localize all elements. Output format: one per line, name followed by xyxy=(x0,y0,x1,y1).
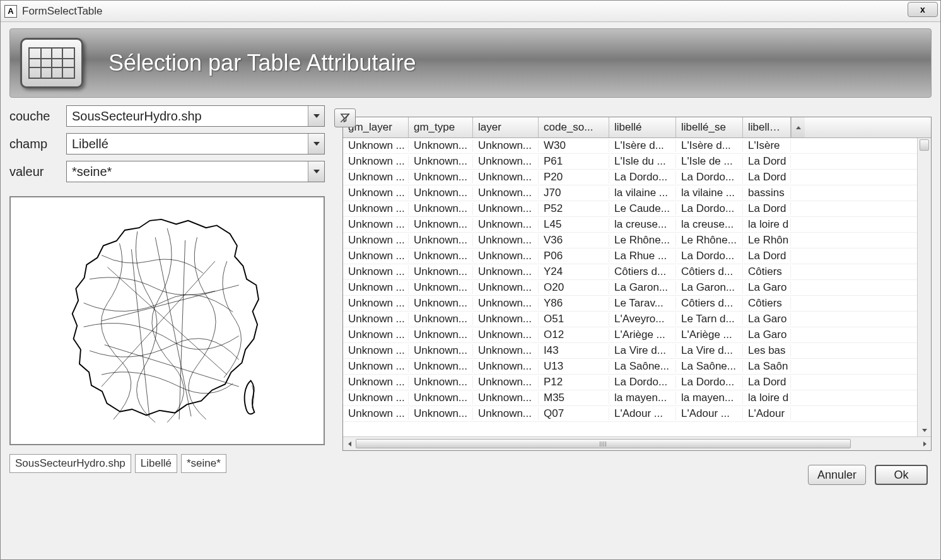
table-cell: Unknown... xyxy=(409,329,473,341)
table-cell: Le Tarn d... xyxy=(676,313,743,325)
table-row[interactable]: Unknown ...Unknown...Unknown...O51L'Avey… xyxy=(343,312,931,327)
table-cell: L'Ariège ... xyxy=(609,329,676,341)
table-cell: la mayen... xyxy=(609,392,676,404)
table-cell: Le Rhône... xyxy=(609,234,676,247)
table-cell: Unknown... xyxy=(409,360,473,373)
table-cell: Unknown... xyxy=(473,139,539,152)
table-cell: P06 xyxy=(539,250,609,262)
col-libelle[interactable]: libellé xyxy=(609,117,676,137)
table-cell: Q07 xyxy=(539,407,609,420)
table-body[interactable]: Unknown ...Unknown...Unknown...W30L'Isèr… xyxy=(343,138,931,436)
table-row[interactable]: Unknown ...Unknown...Unknown...P20La Dor… xyxy=(343,170,931,185)
horizontal-scrollbar[interactable] xyxy=(343,436,931,450)
hscroll-thumb[interactable] xyxy=(356,439,851,448)
col-code-so[interactable]: code_so... xyxy=(539,117,609,137)
col-libelle-se[interactable]: libellé_se xyxy=(676,117,743,137)
row-valeur: valeur *seine* xyxy=(9,161,325,182)
cancel-button[interactable]: Annuler xyxy=(808,465,866,485)
table-cell: L'Isle du ... xyxy=(609,155,676,168)
table-cell: Unknown ... xyxy=(343,344,409,357)
table-row[interactable]: Unknown ...Unknown...Unknown...P12La Dor… xyxy=(343,375,931,390)
table-cell: Unknown ... xyxy=(343,155,409,168)
table-cell: Unknown ... xyxy=(343,171,409,184)
chip-champ: Libellé xyxy=(135,454,177,473)
filter-button[interactable] xyxy=(334,108,356,127)
table-cell: bassins xyxy=(743,187,791,199)
chevron-down-icon[interactable] xyxy=(308,106,324,126)
vertical-scrollbar[interactable] xyxy=(917,138,931,436)
content-area: couche SousSecteurHydro.shp champ Libell… xyxy=(1,98,940,559)
hscroll-track[interactable] xyxy=(356,437,918,450)
ok-button[interactable]: Ok xyxy=(875,465,928,485)
label-valeur: valeur xyxy=(9,165,66,179)
table-cell: Unknown ... xyxy=(343,265,409,278)
table-row[interactable]: Unknown ...Unknown...Unknown...Y24Côtier… xyxy=(343,264,931,280)
table-cell: Unknown... xyxy=(473,234,539,247)
table-cell: W30 xyxy=(539,139,609,152)
table-cell: L'Isère d... xyxy=(676,139,743,152)
table-cell: L45 xyxy=(539,218,609,231)
table-row[interactable]: Unknown ...Unknown...Unknown...M35la may… xyxy=(343,390,931,406)
table-row[interactable]: Unknown ...Unknown...Unknown...P52Le Cau… xyxy=(343,201,931,217)
scroll-down-icon[interactable] xyxy=(918,424,931,436)
table-row[interactable]: Unknown ...Unknown...Unknown...V36Le Rhô… xyxy=(343,233,931,248)
table-cell: Unknown... xyxy=(473,155,539,168)
scroll-right-icon[interactable] xyxy=(918,437,931,450)
filter-icon xyxy=(339,112,351,124)
table-row[interactable]: Unknown ...Unknown...Unknown...J70la vil… xyxy=(343,185,931,201)
table-row[interactable]: Unknown ...Unknown...Unknown...P61L'Isle… xyxy=(343,154,931,170)
scrollbar-thumb[interactable] xyxy=(920,139,929,151)
left-panel: couche SousSecteurHydro.shp champ Libell… xyxy=(9,105,325,559)
table-cell: La Dord xyxy=(743,250,791,262)
chevron-down-icon[interactable] xyxy=(308,161,324,182)
table-cell: Unknown... xyxy=(473,297,539,310)
table-cell: O51 xyxy=(539,313,609,325)
table-cell: Unknown ... xyxy=(343,281,409,294)
table-row[interactable]: Unknown ...Unknown...Unknown...P06La Rhu… xyxy=(343,248,931,264)
col-gm-type[interactable]: gm_type xyxy=(409,117,473,137)
table-cell: L'Adour ... xyxy=(609,407,676,420)
table-cell: P61 xyxy=(539,155,609,168)
scroll-left-icon[interactable] xyxy=(343,437,356,450)
table-cell: La Dordo... xyxy=(676,250,743,262)
table-row[interactable]: Unknown ...Unknown...Unknown...U13La Saô… xyxy=(343,359,931,375)
row-couche: couche SousSecteurHydro.shp xyxy=(9,105,325,127)
table-cell: La Dord xyxy=(743,155,791,168)
table-cell: L'Adour ... xyxy=(676,407,743,420)
chevron-down-icon[interactable] xyxy=(308,134,324,154)
close-button[interactable]: x xyxy=(908,2,938,17)
combo-couche[interactable]: SousSecteurHydro.shp xyxy=(66,105,325,127)
table-row[interactable]: Unknown ...Unknown...Unknown...I43La Vir… xyxy=(343,343,931,359)
table-cell: La Dord xyxy=(743,202,791,215)
table-cell: Unknown... xyxy=(409,139,473,152)
status-chips: SousSecteurHydro.shp Libellé *seine* xyxy=(9,454,325,473)
table-row[interactable]: Unknown ...Unknown...Unknown...L45la cre… xyxy=(343,217,931,233)
table-cell: Le Rhôn xyxy=(743,234,791,247)
table-cell: La Garo xyxy=(743,281,791,294)
table-cell: Unknown... xyxy=(409,234,473,247)
table-cell: O12 xyxy=(539,329,609,341)
table-row[interactable]: Unknown ...Unknown...Unknown...O20La Gar… xyxy=(343,280,931,296)
table-row[interactable]: Unknown ...Unknown...Unknown...Y86Le Tar… xyxy=(343,296,931,312)
table-cell: Unknown... xyxy=(473,187,539,199)
table-icon xyxy=(20,38,83,88)
table-cell: Unknown ... xyxy=(343,218,409,231)
table-cell: Côtiers xyxy=(743,265,791,278)
app-icon: A xyxy=(4,5,17,18)
table-row[interactable]: Unknown ...Unknown...Unknown...Q07L'Adou… xyxy=(343,406,931,422)
chip-valeur: *seine* xyxy=(181,454,226,473)
table-cell: M35 xyxy=(539,392,609,404)
table-row[interactable]: Unknown ...Unknown...Unknown...O12L'Ariè… xyxy=(343,327,931,343)
table-cell: L'Isère d... xyxy=(609,139,676,152)
combo-valeur[interactable]: *seine* xyxy=(66,161,325,182)
combo-champ[interactable]: Libellé xyxy=(66,133,325,155)
col-layer[interactable]: layer xyxy=(473,117,539,137)
button-row: Annuler Ok xyxy=(342,465,932,485)
table-row[interactable]: Unknown ...Unknown...Unknown...W30L'Isèr… xyxy=(343,138,931,154)
scroll-up-icon[interactable] xyxy=(791,117,805,137)
table-cell: La Vire d... xyxy=(676,344,743,357)
table-cell: Côtiers xyxy=(743,297,791,310)
col-libelle-re[interactable]: libellé_re xyxy=(743,117,791,137)
table-cell: Unknown... xyxy=(473,265,539,278)
table-cell: Unknown... xyxy=(409,281,473,294)
